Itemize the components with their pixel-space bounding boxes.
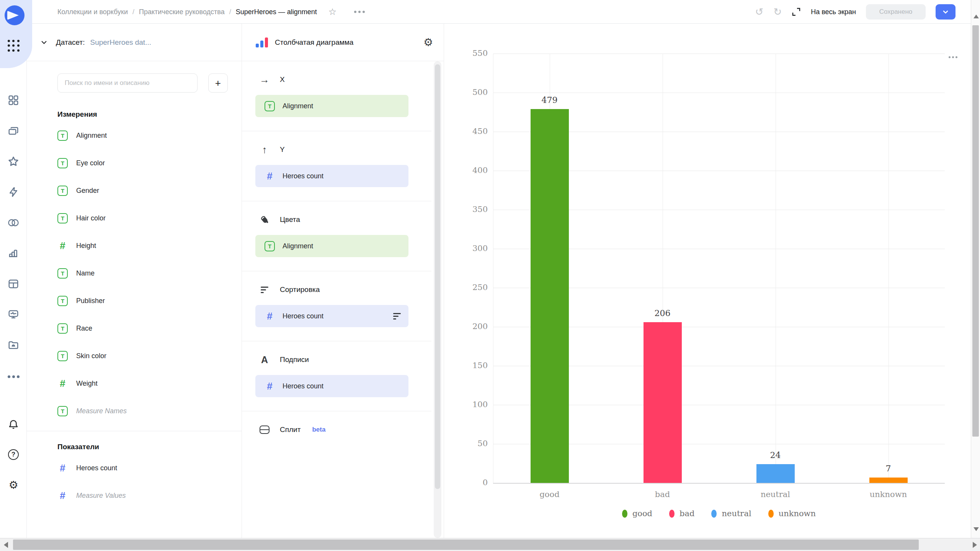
settings-gear-icon[interactable]: ⚙ [0,476,27,494]
chart-settings-gear-icon[interactable]: ⚙ [423,37,433,48]
more-menu-icon[interactable] [354,11,365,13]
datasets-icon[interactable] [0,275,27,293]
field-skin-color[interactable]: TSkin color [57,342,228,370]
field-measure-names[interactable]: TMeasure Names [57,397,228,425]
field-name[interactable]: TName [57,259,228,287]
field-race[interactable]: TRace [57,315,228,342]
undo-icon[interactable]: ↺ [755,7,764,17]
measures-title: Показатели [57,443,228,451]
y-tick-label: 200 [453,322,488,331]
labels-field-pill[interactable]: #Heroes count [255,375,408,397]
colors-field-pill[interactable]: TAlignment [255,235,408,257]
field-heroes-count[interactable]: #Heroes count [57,454,228,482]
datalens-logo[interactable] [5,5,24,25]
fullscreen-label[interactable]: На весь экран [811,8,856,16]
storage-icon[interactable] [0,336,27,354]
y-tick-label: 0 [453,478,488,487]
chart-legend: goodbadneutralunknown [493,509,945,518]
scroll-up-arrow-icon[interactable] [973,15,979,18]
legend-item-good[interactable]: good [622,509,652,518]
datalens-chart-editor: Коллекции и воркбуки / Практические руко… [0,0,980,551]
chart-more-menu-icon[interactable] [949,56,957,58]
text-field-icon: T [57,130,68,141]
vertical-gridline [776,54,776,483]
y-tick-label: 400 [453,166,488,175]
bar-unknown[interactable] [869,478,908,483]
breadcrumb-separator: / [132,8,134,16]
field-weight[interactable]: #Weight [57,370,228,397]
bar-good[interactable] [531,109,569,483]
number-measure-icon: # [265,311,275,321]
chevron-down-icon [942,8,949,16]
legend-item-bad[interactable]: bad [669,509,694,518]
topbar: Коллекции и воркбуки / Практические руко… [0,0,971,24]
field-hair-color[interactable]: THair color [57,204,228,232]
number-field-icon: # [57,241,68,251]
gridline [493,93,945,93]
y-field-pill[interactable]: #Heroes count [255,165,408,187]
connections-icon[interactable] [0,214,27,232]
legend-item-neutral[interactable]: neutral [711,509,751,518]
monitoring-icon[interactable] [0,305,27,324]
chart-area: 550500450400350300250200150100500479good… [444,24,971,538]
y-tick-label: 350 [453,205,488,214]
dataset-collapse-chevron-icon[interactable] [41,39,47,46]
text-field-icon: T [57,213,68,223]
apps-grid-icon[interactable] [8,40,20,52]
page-horizontal-scrollbar[interactable] [0,538,980,551]
scroll-left-arrow-icon[interactable] [4,542,8,548]
redo-icon[interactable]: ↻ [773,7,782,17]
dataset-name-link[interactable]: SuperHeroes dat... [90,38,151,47]
charts-icon[interactable] [0,244,27,262]
field-measure-values[interactable]: #Measure Values [57,482,228,509]
breadcrumb-collections[interactable]: Коллекции и воркбуки [57,8,128,16]
scroll-right-arrow-icon[interactable] [973,542,977,548]
config-scrollbar[interactable] [434,61,441,538]
saved-button[interactable]: Сохранено [866,4,926,20]
text-field-icon: T [57,296,68,306]
sort-desc-icon[interactable] [393,313,401,320]
field-eye-color[interactable]: TEye color [57,149,228,177]
dataset-content: + Измерения TAlignment TEye color TGende… [27,61,242,509]
legend-item-unknown[interactable]: unknown [768,509,816,518]
add-field-button[interactable]: + [208,73,228,93]
chart-type-header: Столбчатая диаграмма ⚙ [242,24,444,61]
scroll-down-arrow-icon[interactable] [973,527,979,531]
y-tick-label: 150 [453,361,488,370]
number-measure-icon: # [265,381,275,391]
fullscreen-icon[interactable] [792,7,801,16]
sort-icon [259,287,270,293]
dashboards-icon[interactable] [0,91,27,109]
notifications-bell-icon[interactable] [0,415,27,434]
vertical-scroll-thumb[interactable] [972,25,979,437]
favorites-icon[interactable] [0,152,27,171]
editor-icon[interactable] [0,183,27,201]
save-dropdown-button[interactable] [936,4,956,20]
y-tick-label: 100 [453,400,488,409]
text-field-icon: T [57,406,68,416]
bar-chart: 550500450400350300250200150100500479good… [444,24,971,538]
x-field-pill[interactable]: TAlignment [255,95,408,117]
field-height[interactable]: #Height [57,232,228,259]
bar-value-label: 206 [640,308,686,318]
more-icon[interactable] [0,367,27,386]
horizontal-scroll-thumb[interactable] [13,540,919,550]
field-publisher[interactable]: TPublisher [57,287,228,315]
x-axis-arrow-icon: → [259,75,270,85]
favorite-star-icon[interactable]: ☆ [328,7,337,16]
legend-label: neutral [722,509,751,518]
collections-icon[interactable] [0,122,27,140]
x-category-label: unknown [850,490,927,499]
y-tick-label: 550 [453,49,488,58]
sort-field-pill[interactable]: #Heroes count [255,305,408,327]
help-icon[interactable]: ? [0,445,27,464]
field-gender[interactable]: TGender [57,177,228,204]
breadcrumb-guides[interactable]: Практические руководства [139,8,225,16]
field-search-input[interactable] [57,73,198,93]
page-vertical-scrollbar[interactable] [971,0,980,538]
chart-type-label[interactable]: Столбчатая диаграмма [275,38,423,47]
field-alignment[interactable]: TAlignment [57,122,228,149]
bar-neutral[interactable] [756,464,795,483]
bar-bad[interactable] [644,322,682,483]
section-x: →X TAlignment [242,61,431,131]
